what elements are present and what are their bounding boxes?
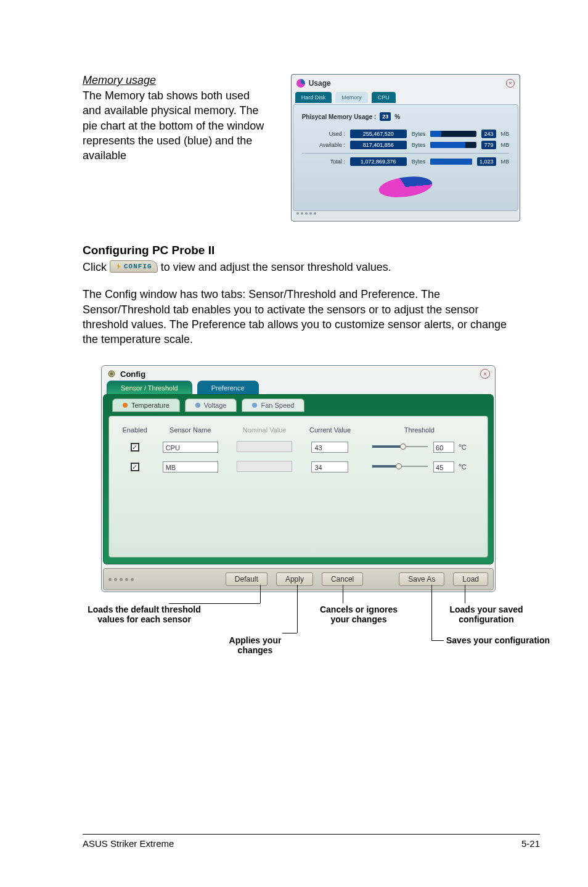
close-icon[interactable]: × [480,369,490,379]
tab-preference[interactable]: Preference [197,381,259,394]
load-button[interactable]: Load [453,572,488,586]
tab-temperature[interactable]: Temperature [112,398,180,412]
enabled-checkbox[interactable]: ✓ [131,443,139,452]
mem-bytes: 817,401,856 [350,141,407,149]
memory-usage-description: The Memory tab shows both used and avail… [83,88,270,163]
callout-load: Loads your saved configuration [434,604,539,624]
voltage-icon [195,403,200,408]
table-row: ✓ MB 34 45 oC [116,457,480,477]
mem-label: Available : [302,142,345,148]
tab-cpu[interactable]: CPU [372,92,396,103]
threshold-slider[interactable] [372,463,428,470]
fan-icon [252,403,257,408]
callout-line [465,585,465,603]
mem-row-total: Total : 1,072,869,376 Bytes 1,023 MB [302,157,509,166]
mem-mb: 243 [481,130,496,138]
apply-button[interactable]: Apply [276,572,313,586]
cancel-button[interactable]: Cancel [322,572,363,586]
callout-default: Loads the default threshold values for e… [83,604,206,624]
pie-icon [296,79,305,88]
mem-mb-unit: MB [501,131,510,137]
svg-marker-0 [117,263,120,270]
callout-line [297,585,298,633]
close-icon[interactable]: × [506,79,515,88]
callout-cancel: Cancels or ignores your changes [316,604,402,624]
config-window: Config × Sensor / Threshold Preference T… [101,365,496,592]
click-config-line: Click CONFIG to view and adjust the sens… [83,260,520,274]
nominal-value-field [237,441,292,452]
tab-fan-speed[interactable]: Fan Speed [242,398,304,412]
config-button-icon[interactable]: CONFIG [110,260,158,273]
current-value-field: 34 [311,461,348,472]
footer-left: ASUS Striker Extreme [83,838,174,849]
callout-line [431,640,444,641]
enabled-checkbox[interactable]: ✓ [131,463,139,471]
resize-grip-icon [108,578,134,581]
pie-chart-icon [378,170,433,204]
mem-bytes: 255,467,520 [350,130,407,138]
unit-label: oC [459,444,466,451]
footer-page-number: 5-21 [521,838,540,849]
threshold-value-field[interactable]: 45 [433,461,454,472]
svg-point-2 [110,373,113,375]
tab-voltage[interactable]: Voltage [185,398,237,412]
tab-label: Temperature [131,402,169,409]
nominal-value-field [237,461,292,472]
current-value-field: 43 [311,442,348,453]
config-window-title: Config [120,369,145,379]
mem-row-used: Used : 255,467,520 Bytes 243 MB [302,130,509,138]
tab-label: Fan Speed [261,402,294,409]
config-chip-label: CONFIG [124,262,152,271]
click-pre: Click [83,261,110,273]
gear-icon [107,369,116,379]
usage-percent-badge: 23 [380,112,391,121]
heading-configuring: Configuring PC Probe II [83,244,520,257]
mem-mb: 1,023 [477,157,496,166]
callout-line [343,585,343,603]
sensor-name-field[interactable]: MB [163,461,218,472]
usage-window: Usage × Hard Disk Memory CPU Phisycal Me… [291,74,520,221]
tab-memory[interactable]: Memory [335,92,368,103]
mem-mb-unit: MB [501,159,510,165]
sensor-table: Enabled Sensor Name Nominal Value Curren… [116,423,480,477]
threshold-value-field[interactable]: 60 [433,442,454,453]
table-row: ✓ CPU 43 60 oC [116,437,480,457]
col-sensor-name: Sensor Name [153,423,227,437]
usage-window-title: Usage [309,79,331,88]
mem-mb-unit: MB [501,142,510,148]
threshold-slider[interactable] [372,443,428,450]
col-current-value: Current Value [301,423,358,437]
resize-grip-icon [293,211,518,220]
callout-line [431,585,432,640]
default-button[interactable]: Default [226,572,267,586]
click-post: to view and adjust the sensor threshold … [161,261,391,273]
mem-row-available: Available : 817,401,856 Bytes 779 MB [302,141,509,149]
tab-sensor-threshold[interactable]: Sensor / Threshold [107,381,192,394]
tab-label: Voltage [204,402,227,409]
unit-label: oC [459,463,466,471]
usage-heading: Phisycal Memory Usage : [302,113,377,120]
bolt-icon [115,263,121,270]
col-enabled: Enabled [116,423,153,437]
callout-save: Saves your configuration [446,635,551,645]
thermometer-icon [123,403,128,408]
callout-apply: Applies your changes [212,635,298,655]
config-description: The Config window has two tabs: Sensor/T… [83,287,520,347]
subheading-memory-usage: Memory usage [83,74,270,87]
mem-bytes: 1,072,869,376 [350,157,407,166]
mem-bytes-unit: Bytes [412,142,426,148]
mem-label: Used : [302,131,345,137]
callout-line [169,603,260,604]
mem-mb: 779 [481,141,496,149]
save-as-button[interactable]: Save As [399,572,444,586]
mem-bytes-unit: Bytes [412,131,426,137]
usage-percent-unit: % [394,113,400,120]
col-threshold: Threshold [359,423,480,437]
callout-line [260,585,261,603]
col-nominal-value: Nominal Value [227,423,301,437]
mem-label: Total : [302,159,345,165]
callout-line [282,633,297,633]
sensor-name-field[interactable]: CPU [163,442,218,453]
mem-bytes-unit: Bytes [412,159,426,165]
tab-hard-disk[interactable]: Hard Disk [295,92,332,103]
